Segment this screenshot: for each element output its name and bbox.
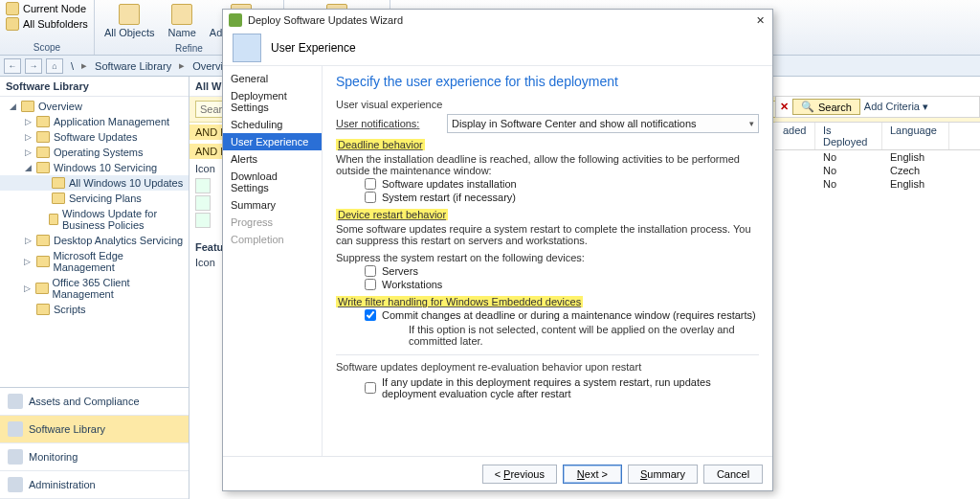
refine-name[interactable]: Name <box>164 2 199 40</box>
cb-workstations[interactable] <box>365 279 376 290</box>
select-value: Display in Software Center and show all … <box>452 118 697 129</box>
cb-software-updates-installation[interactable] <box>365 178 376 190</box>
scope-current-node[interactable]: Current Node <box>6 2 88 15</box>
search-icon: 🔍 <box>801 101 814 113</box>
folder-icon <box>36 116 50 127</box>
monitoring-icon <box>8 449 23 465</box>
cb-servers[interactable] <box>365 265 376 277</box>
grid-row[interactable]: NoCzech <box>775 164 980 177</box>
nav-home-button[interactable]: ⌂ <box>46 58 63 74</box>
cb-reeval[interactable] <box>365 382 376 394</box>
user-notifications-label: User notifications: <box>336 118 419 129</box>
step-user-experience[interactable]: User Experience <box>223 133 322 150</box>
step-progress: Progress <box>223 214 322 231</box>
col-language[interactable]: Language <box>882 123 949 149</box>
wizard-content: Specify the user experience for this dep… <box>323 66 772 456</box>
previous-button[interactable]: < PPreviousrevious <box>482 465 557 484</box>
node-icon <box>6 2 19 15</box>
tree-edge-management[interactable]: ▷Microsoft Edge Management <box>0 248 189 275</box>
clear-search-icon[interactable]: ✕ <box>780 101 789 113</box>
tree-application-management[interactable]: ▷Application Management <box>0 114 189 129</box>
pane-title: Software Library <box>0 77 189 97</box>
cb-label: Servers <box>382 265 418 277</box>
results-search-controls: ✕ 🔍Search Add Criteria ▾ <box>775 96 980 118</box>
step-alerts[interactable]: Alerts <box>223 150 322 168</box>
admin-icon <box>8 477 23 492</box>
cancel-button[interactable]: Cancel <box>703 465 763 484</box>
folder-icon <box>21 101 34 112</box>
folder-icon <box>36 256 50 267</box>
section-uve: User visual experience <box>336 99 759 110</box>
row-icon <box>195 178 211 193</box>
user-notifications-select[interactable]: Display in Software Center and show all … <box>447 114 759 133</box>
tree-wufb-policies[interactable]: Windows Update for Business Policies <box>0 206 189 233</box>
tree-servicing-plans[interactable]: Servicing Plans <box>0 191 189 206</box>
deploy-wizard: Deploy Software Updates Wizard ✕ User Ex… <box>222 9 773 491</box>
deadline-text: When the installation deadline is reache… <box>336 153 759 176</box>
tree-overview[interactable]: ◢Overview <box>0 99 189 114</box>
folder-icon <box>36 131 50 143</box>
cb-commit-changes[interactable] <box>365 309 376 321</box>
tree-office365[interactable]: ▷Office 365 Client Management <box>0 275 189 302</box>
tree-windows-10-servicing[interactable]: ◢Windows 10 Servicing <box>0 160 189 175</box>
chevron-down-icon: ▾ <box>749 119 754 128</box>
grid-header: aded Is Deployed Language <box>775 122 980 150</box>
wizard-icon <box>229 13 242 27</box>
cb-label: If any update in this deployment require… <box>382 376 759 399</box>
tree-scripts[interactable]: Scripts <box>0 302 189 317</box>
tree-all-win10-updates[interactable]: All Windows 10 Updates <box>0 175 189 191</box>
col-is-deployed[interactable]: Is Deployed <box>815 123 882 149</box>
crumb-software-library[interactable]: Software Library <box>91 60 175 72</box>
assets-icon <box>8 394 23 409</box>
section-write-filter: Write filter handling for Windows Embedd… <box>336 296 583 307</box>
summary-button[interactable]: Summary <box>628 465 698 484</box>
step-summary[interactable]: Summary <box>223 196 322 214</box>
subfolders-icon <box>6 17 19 31</box>
next-button[interactable]: Next > <box>563 465 622 484</box>
tree-desktop-analytics[interactable]: ▷Desktop Analytics Servicing <box>0 233 189 248</box>
left-pane: Software Library ◢Overview ▷Application … <box>0 77 189 499</box>
library-icon <box>8 421 23 437</box>
row-icon <box>195 195 211 211</box>
tree-software-updates[interactable]: ▷Software Updates <box>0 129 189 145</box>
col-aded[interactable]: aded <box>775 123 815 149</box>
row-icon <box>195 213 211 228</box>
suppress-text: Suppress the system restart on the follo… <box>336 252 759 263</box>
chevron-right-icon: ▸ <box>179 59 185 72</box>
crumb-root[interactable]: \ <box>67 60 78 72</box>
wizard-footer: < PPreviousrevious Next > Summary Cancel <box>223 456 772 490</box>
grid-row[interactable]: NoEnglish <box>775 150 980 164</box>
script-icon <box>36 304 50 315</box>
nav-forward-button[interactable]: → <box>25 58 42 74</box>
wizard-titlebar: Deploy Software Updates Wizard ✕ <box>223 10 772 31</box>
device-restart-text: Some software updates require a system r… <box>336 223 759 246</box>
commit-note: If this option is not selected, content … <box>365 324 759 347</box>
step-deployment-settings[interactable]: Deployment Settings <box>223 87 322 116</box>
refine-all-objects[interactable]: All Objects <box>100 2 159 40</box>
folder-icon <box>35 283 48 294</box>
tree-operating-systems[interactable]: ▷Operating Systems <box>0 145 189 160</box>
folder-icon <box>36 235 50 246</box>
step-completion: Completion <box>223 231 322 248</box>
workspace-assets[interactable]: Assets and Compliance <box>0 388 189 416</box>
cb-label: Workstations <box>382 279 442 290</box>
grid-row[interactable]: NoEnglish <box>775 177 980 191</box>
step-download-settings[interactable]: Download Settings <box>223 168 322 196</box>
workspace-administration[interactable]: Administration <box>0 471 189 499</box>
workspace-software-library[interactable]: Software Library <box>0 416 189 443</box>
section-deadline: Deadline behavior <box>336 139 425 150</box>
folder-icon <box>36 162 50 173</box>
nav-back-button[interactable]: ← <box>4 58 21 74</box>
close-button[interactable]: ✕ <box>753 14 767 27</box>
scope-all-subfolders[interactable]: All Subfolders <box>6 17 88 31</box>
workspace-monitoring[interactable]: Monitoring <box>0 443 189 471</box>
step-general[interactable]: General <box>223 70 322 87</box>
chevron-right-icon: ▸ <box>81 59 87 72</box>
cb-label: Software updates installation <box>382 178 517 190</box>
add-criteria-link[interactable]: Add Criteria ▾ <box>864 101 928 113</box>
cb-system-restart[interactable] <box>365 192 376 203</box>
step-scheduling[interactable]: Scheduling <box>223 116 322 133</box>
search-button[interactable]: 🔍Search <box>792 99 860 115</box>
wizard-header: User Experience <box>223 31 772 65</box>
cb-label: System restart (if necessary) <box>382 192 516 203</box>
